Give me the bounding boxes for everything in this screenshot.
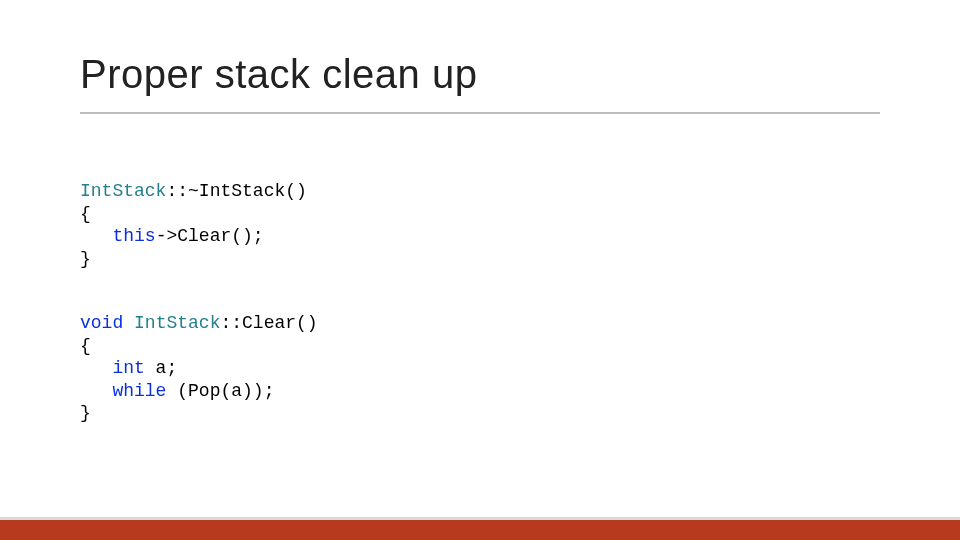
code-token-type: IntStack (134, 313, 220, 333)
code-token: } (80, 403, 91, 423)
code-token-keyword: this (112, 226, 155, 246)
code-block-destructor: IntStack::~IntStack() { this->Clear(); } (80, 180, 307, 270)
slide-title: Proper stack clean up (80, 52, 477, 97)
code-token: ::Clear() (220, 313, 317, 333)
slide: Proper stack clean up IntStack::~IntStac… (0, 0, 960, 540)
code-indent (80, 381, 112, 401)
code-token: { (80, 204, 91, 224)
code-indent (80, 358, 112, 378)
code-token-keyword: void (80, 313, 123, 333)
code-token-keyword: while (112, 381, 166, 401)
footer-bar-shadow (0, 517, 960, 520)
code-token: a; (145, 358, 177, 378)
code-token: } (80, 249, 91, 269)
code-token: ::~IntStack() (166, 181, 306, 201)
code-token (123, 313, 134, 333)
code-indent (80, 226, 112, 246)
code-token: ->Clear(); (156, 226, 264, 246)
code-block-clear: void IntStack::Clear() { int a; while (P… (80, 312, 318, 425)
code-token-type: IntStack (80, 181, 166, 201)
code-token: { (80, 336, 91, 356)
code-token-keyword: int (112, 358, 144, 378)
code-token: (Pop(a)); (166, 381, 274, 401)
title-underline (80, 112, 880, 114)
footer-bar (0, 520, 960, 540)
